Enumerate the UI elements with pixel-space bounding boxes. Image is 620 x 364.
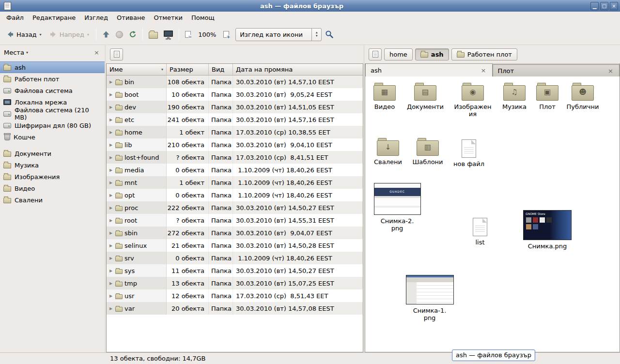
tree-row[interactable]: ▶usr12 обектаПапка17.03.2010 (ср) 8,51,4… [107,289,363,302]
sidebar-item-ash[interactable]: ash [0,61,105,73]
taskbar-window-button[interactable]: ash — файлов браузър [452,349,535,361]
menu-item-help[interactable]: Помощ [187,12,219,24]
icon-templates[interactable]: ▥Шаблони [406,137,450,166]
computer-button[interactable] [161,29,175,40]
forward-button[interactable]: Напред ▾ [46,28,93,41]
reload-button[interactable] [126,29,139,40]
forward-dropdown-arrow[interactable]: ▾ [87,32,89,37]
tree-row[interactable]: ▶lib210 обектаПапка30.03.2010 (вт) 9,04,… [107,138,363,151]
tree-row[interactable]: ▶bin108 обектаПапка30.03.2010 (вт) 14,57… [107,76,363,88]
close-button[interactable]: × [610,2,618,10]
tree-row[interactable]: ▶tmp13 обектаПапка30.03.2010 (вт) 15,07,… [107,277,363,289]
icon-new-file[interactable]: нов файл [447,137,491,167]
expander-icon[interactable]: ▶ [108,218,113,223]
tree-row[interactable]: ▶proc222 обектаПапка30.03.2010 (вт) 14,5… [107,201,363,214]
tree-row[interactable]: ▶media0 обектаПапка 1.10.2009 (чт) 18,40… [107,164,363,176]
tree-row[interactable]: ▶home1 обектПапка17.03.2010 (ср) 10,38,5… [107,126,363,138]
expander-icon[interactable]: ▶ [108,181,113,185]
stop-button[interactable] [113,29,125,40]
icon-public[interactable]: ☻Публични [561,82,604,110]
tree-row[interactable]: ▶selinux21 обектаПапка30.03.2010 (вт) 14… [107,239,363,252]
expander-icon[interactable]: ▶ [108,92,113,97]
icon-desktop[interactable]: ▣Плот [530,82,564,110]
menu-item-go[interactable]: Отиване [112,12,149,24]
sidebar-item-music[interactable]: Музика [0,159,105,171]
menu-item-view[interactable]: Изглед [80,12,112,24]
tab-close-button[interactable]: × [607,67,614,75]
icon-downloads[interactable]: ↓Свалени [366,137,410,166]
zoom-out-button[interactable]: − [183,29,193,40]
path-button-desktop[interactable]: Работен плот [451,48,517,61]
minimize-button[interactable]: ▁ [590,2,599,10]
expander-icon[interactable]: ▶ [108,256,113,260]
expander-icon[interactable]: ▶ [108,118,113,122]
expander-icon[interactable]: ▶ [108,80,113,84]
expander-icon[interactable]: ▶ [108,231,113,235]
sidebar-pane-selector[interactable]: Места ▾ [4,49,28,56]
column-header-date[interactable]: Дата на промяна [233,64,363,76]
maximize-button[interactable]: □ [600,2,608,10]
menu-item-file[interactable]: Файл [2,12,28,24]
expander-icon[interactable]: ▶ [108,130,113,135]
tab-plot[interactable]: Плот× [493,64,620,76]
sidebar-item-encrypted-80[interactable]: Шифриран дял (80 GB) [0,120,105,131]
sidebar-item-filesystem[interactable]: Файлова система [0,85,105,96]
path-button-home[interactable]: home [384,48,413,61]
sidebar-item-downloads[interactable]: Свалени [0,194,105,206]
expander-icon[interactable]: ▶ [108,168,113,172]
tree-row[interactable]: ▶sbin272 обектаПапка30.03.2010 (вт) 9,04… [107,227,363,239]
expander-icon[interactable]: ▶ [108,243,113,248]
column-header-size[interactable]: Размер [167,64,209,76]
sidebar-item-trash[interactable]: Кошче [0,131,105,143]
expander-icon[interactable]: ▶ [108,206,113,210]
back-dropdown-arrow[interactable]: ▾ [40,32,42,37]
icon-documents[interactable]: ▤Документи [403,82,447,110]
icon-pictures[interactable]: ◉Изображения [450,82,496,118]
expander-icon[interactable]: ▶ [108,269,113,273]
icon-snimka-1-png[interactable]: Снимка-1.png [403,275,456,321]
icon-snimka-png[interactable]: GNOME StoreСнимка.png [521,210,574,250]
sidebar-item-documents[interactable]: Документи [0,148,105,159]
tree-row[interactable]: ▶dev190 обектаПапка30.03.2010 (вт) 14,51… [107,101,363,113]
tree-row[interactable]: ▶lost+found? обектаПапка17.03.2010 (ср) … [107,151,363,164]
icon-video[interactable]: ▦Видео [365,82,406,110]
sidebar-item-video[interactable]: Видео [0,182,105,194]
tree-row[interactable]: ▶var20 обектаПапка30.03.2010 (вт) 14,57,… [107,302,363,315]
back-button[interactable]: Назад ▾ [3,28,45,41]
sidebar-close-button[interactable]: × [93,49,101,56]
expander-icon[interactable]: ▶ [108,143,113,147]
expander-icon[interactable]: ▶ [108,281,113,286]
menu-item-bookmarks[interactable]: Отметки [149,12,186,24]
icon-list[interactable]: list [458,216,502,246]
expander-icon[interactable]: ▶ [108,155,113,160]
zoom-in-button[interactable]: + [221,29,232,40]
path-button-ash[interactable]: ash [415,48,449,61]
sidebar-item-desktop[interactable]: Работен плот [0,73,105,85]
view-mode-stepper[interactable]: ▴▾ [311,29,321,41]
expander-icon[interactable]: ▶ [108,294,113,298]
sidebar-item-filesystem-210[interactable]: Файлова система (210 MB) [0,108,105,120]
tree-row[interactable]: ▶mnt1 обектПапка 1.10.2009 (чт) 18,40,26… [107,176,363,189]
column-header-type[interactable]: Вид [209,64,233,76]
up-button[interactable] [100,29,112,40]
tree-row[interactable]: ▶boot10 обектаПапка30.03.2010 (вт) 9,05,… [107,88,363,101]
expander-icon[interactable]: ▶ [108,193,113,197]
location-toggle-button-right[interactable] [369,48,382,61]
column-header-name[interactable]: Име▾ [107,64,167,76]
tree-row[interactable]: ▶sys11 обектаПапка30.03.2010 (вт) 14,50,… [107,264,363,277]
expander-icon[interactable]: ▶ [108,105,113,109]
expander-icon[interactable]: ▶ [108,306,113,311]
home-button[interactable] [146,28,160,41]
location-toggle-button-left[interactable] [110,48,123,61]
tree-row[interactable]: ▶root? обектаПапка30.03.2010 (вт) 14,55,… [107,214,363,227]
tab-ash[interactable]: ash× [365,63,493,76]
search-button[interactable] [323,28,336,41]
sidebar-item-pictures[interactable]: Изображения [0,171,105,182]
tree-row[interactable]: ▶opt0 обектаПапка 1.10.2009 (чт) 18,40,2… [107,189,363,201]
tree-row[interactable]: ▶srv0 обектаПапка 1.10.2009 (чт) 18,40,2… [107,252,363,264]
tab-close-button[interactable]: × [480,67,487,74]
tree-row[interactable]: ▶etc241 обектаПапка30.03.2010 (вт) 14,57… [107,113,363,126]
icon-snimka-2-png[interactable]: GUADECСнимка-2.png [371,183,424,232]
icon-music[interactable]: ♫Музика [493,82,536,110]
menu-item-edit[interactable]: Редактиране [28,12,80,24]
